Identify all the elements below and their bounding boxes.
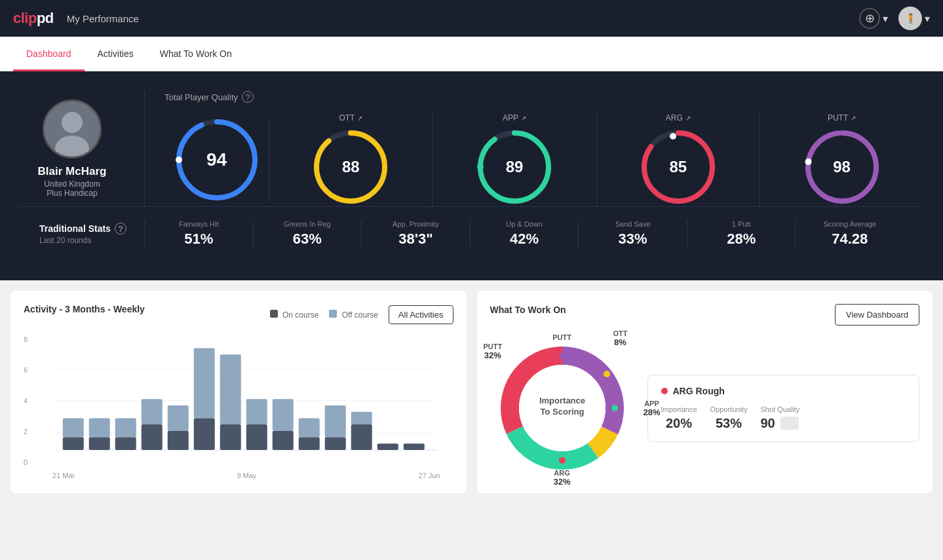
donut-chart: Importance To Scoring PUTT PUTT (490, 336, 634, 480)
app-arrow-icon: ↗ (521, 115, 526, 122)
logo-text: clippd (13, 10, 54, 27)
nav-add-chevron: ▾ (883, 12, 888, 25)
svg-text:Importance: Importance (539, 396, 585, 405)
main-score-value: 94 (206, 149, 227, 170)
main-score-circle: 94 (174, 117, 260, 202)
hero-section: Blair McHarg United Kingdom Plus Handica… (0, 71, 943, 280)
legend-off-course: Off course (329, 310, 377, 320)
app-circle: 89 (475, 128, 554, 206)
bottom-panels: Activity - 3 Months - Weekly On course O… (0, 280, 943, 504)
arg-label: ARG ↗ (666, 113, 691, 122)
tab-what-to-work-on[interactable]: What To Work On (147, 37, 245, 71)
quality-app: APP ↗ 89 (433, 113, 597, 206)
nav-title: My Performance (67, 13, 139, 24)
donut-svg: Importance To Scoring (490, 336, 634, 480)
avatar (43, 100, 102, 159)
arg-rough-dot (661, 388, 668, 394)
legend-on-course-dot (270, 310, 278, 318)
ott-circle: 88 (311, 128, 390, 206)
stat-oneputt: 1 Putt 28% (687, 220, 796, 248)
nav-add-dropdown[interactable]: ⊕ ▾ (859, 8, 888, 29)
svg-rect-34 (220, 354, 241, 424)
logo: clippd (13, 10, 54, 27)
nav-avatar: 🧍 (898, 7, 922, 30)
profile-country: United Kingdom (44, 179, 100, 189)
svg-rect-28 (142, 399, 163, 424)
wtwo-content: Importance To Scoring PUTT PUTT (490, 336, 920, 480)
view-dashboard-button[interactable]: View Dashboard (835, 304, 919, 326)
quality-title: Total Player Quality ? (164, 91, 923, 103)
app-label: APP ↗ (503, 113, 526, 122)
svg-rect-29 (142, 424, 163, 450)
svg-rect-27 (115, 438, 136, 450)
metric-importance: Importance 20% (661, 405, 697, 431)
activity-panel: Activity - 3 Months - Weekly On course O… (10, 291, 467, 493)
svg-rect-22 (63, 418, 84, 437)
svg-rect-23 (63, 438, 84, 450)
svg-rect-31 (168, 431, 189, 450)
label-app: APP 28% (643, 400, 660, 417)
svg-rect-45 (351, 424, 372, 450)
label-arg: ARG 32% (553, 469, 570, 487)
label-putt-pct: PUTT 32% (484, 343, 503, 360)
ott-label: OTT ↗ (339, 113, 362, 122)
tab-activities[interactable]: Activities (85, 37, 147, 71)
shot-quality-box (780, 417, 799, 430)
trad-info-icon[interactable]: ? (115, 223, 126, 234)
label-ott: OTT 8% (613, 329, 628, 347)
svg-rect-43 (325, 438, 346, 450)
svg-rect-40 (299, 418, 320, 437)
stat-fairways: Fairways Hit 51% (144, 220, 253, 248)
svg-rect-41 (299, 438, 320, 450)
putt-label: PUTT ↗ (828, 113, 856, 122)
nav-add-button[interactable]: ⊕ (859, 8, 880, 29)
hero-top: Blair McHarg United Kingdom Plus Handica… (20, 91, 923, 206)
profile-section: Blair McHarg United Kingdom Plus Handica… (20, 100, 125, 198)
donut-wrapper: Importance To Scoring PUTT PUTT (490, 336, 634, 480)
quality-putt: PUTT ↗ 98 (760, 113, 923, 206)
svg-rect-30 (168, 405, 189, 431)
chart-title: Activity - 3 Months - Weekly (24, 304, 145, 314)
tab-dashboard[interactable]: Dashboard (13, 37, 85, 71)
logo-clip-part: clip (13, 10, 37, 26)
svg-rect-37 (246, 424, 267, 450)
stat-sandsave: Sand Save 33% (578, 220, 687, 248)
legend-on-course: On course (270, 310, 319, 320)
svg-point-58 (559, 457, 566, 464)
stat-proximity: App. Proximity 38'3" (361, 220, 470, 248)
quality-info-icon[interactable]: ? (242, 91, 254, 103)
svg-point-1 (62, 112, 83, 133)
putt-arrow-icon: ↗ (851, 115, 856, 122)
quality-arg: ARG ↗ 85 (597, 113, 761, 206)
stat-scoring: Scoring Average 74.28 (795, 220, 904, 248)
svg-rect-44 (351, 412, 372, 424)
traditional-stats: Traditional Stats ? Last 20 rounds Fairw… (20, 206, 923, 261)
svg-rect-26 (115, 418, 136, 437)
nav-avatar-dropdown[interactable]: 🧍 ▾ (898, 7, 930, 30)
wtwo-title: What To Work On (490, 305, 566, 315)
all-activities-button[interactable]: All Activities (389, 305, 453, 324)
putt-circle: 98 (803, 128, 881, 206)
arg-rough-title: ARG Rough (661, 386, 906, 396)
chart-y-labels: 8 6 4 2 0 (24, 335, 28, 479)
svg-rect-32 (194, 348, 215, 418)
svg-text:To Scoring: To Scoring (540, 407, 584, 417)
svg-rect-46 (377, 443, 398, 450)
svg-rect-39 (273, 431, 294, 450)
arg-rough-metrics: Importance 20% Opportunity 53% Shot Qual… (661, 405, 906, 431)
metric-shot-quality: Shot Quality 90 (760, 405, 799, 431)
svg-rect-42 (325, 405, 346, 438)
ott-value: 88 (342, 158, 360, 176)
stat-updown: Up & Down 42% (470, 220, 579, 248)
putt-value: 98 (833, 158, 851, 176)
tab-bar: Dashboard Activities What To Work On (0, 37, 943, 71)
quality-circles: 94 OTT ↗ 88 (164, 113, 923, 206)
legend-off-course-dot (329, 310, 337, 318)
metric-opportunity: Opportunity 53% (710, 405, 748, 431)
chart-header: Activity - 3 Months - Weekly On course O… (24, 304, 453, 325)
svg-rect-25 (89, 438, 110, 450)
logo-pd-part: pd (37, 10, 54, 26)
svg-rect-35 (220, 424, 241, 450)
quality-main: 94 (164, 117, 269, 202)
ott-arrow-icon: ↗ (357, 115, 362, 122)
